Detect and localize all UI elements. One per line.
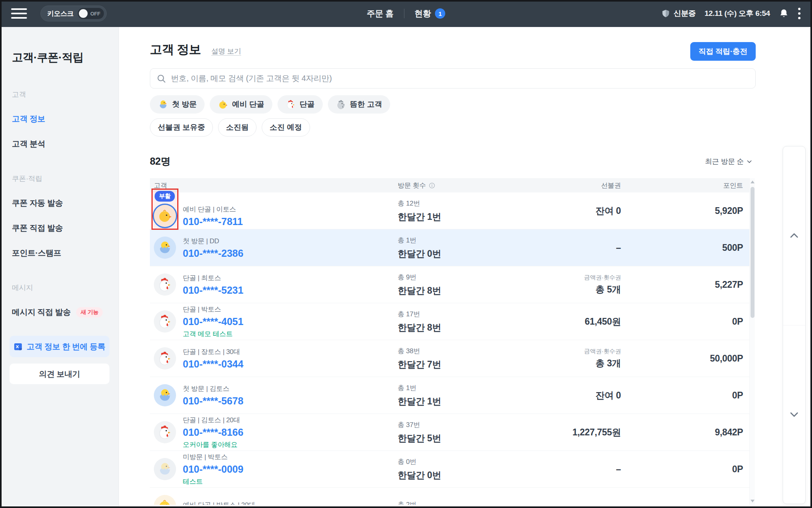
sidebar-item-point-stamp[interactable]: 포인트·스탬프 [12,248,109,258]
scrollbar-down-arrow[interactable] [751,500,755,502]
segment-filter-chip[interactable]: 예비 단골 [210,95,272,114]
prepaid-filter-chip[interactable]: 선불권 보유중 [150,118,213,137]
segment-filter-chip[interactable]: 뜸한 고객 [328,95,390,114]
visits-total: 총 38번 [398,346,548,356]
prepaid-value: – [548,464,621,475]
prepaid-value: 총 5개 [548,283,621,296]
kiosk-toggle[interactable]: OFF [78,8,104,19]
bulk-register-button[interactable]: 고객 정보 한 번에 등록 [10,336,109,357]
customer-phone[interactable]: 010-****-4051 [183,316,243,327]
customer-memo: 고객 메모 테스트 [183,329,243,339]
sidebar-item-coupon-auto[interactable]: 쿠폰 자동 발송 [12,198,109,208]
scrollbar-up-arrow[interactable] [751,181,755,183]
customer-row[interactable]: 단골 | 박토스 010-****-4051 고객 메모 테스트 총 17번 한… [150,303,755,340]
prepaid-filter-chip[interactable]: 소진 예정 [262,118,310,137]
customer-row[interactable]: 첫 방문 | DD 010-****-2386 총 1번 한달간 0번 – 50… [150,229,755,266]
chip-label: 예비 단골 [232,99,264,110]
customer-segment-name: 예비 단골 | 박토스 | 20대 [183,500,255,505]
customer-row[interactable]: 부활 예비 단골 | 이토스 010-****-7811 총 12번 한달간 1… [150,192,755,229]
customer-search-box[interactable] [150,68,756,89]
customer-row[interactable]: 첫 방문 | 김토스 010-****-5678 총 1번 한달간 1번 잔여 … [150,377,755,414]
page-down-button[interactable] [783,325,805,504]
status-count-badge: 1 [435,8,445,19]
direct-charge-button[interactable]: 직접 적립·충전 [690,42,756,61]
visits-cell: 총 2번 [398,500,548,505]
customer-phone[interactable]: 010-****-5678 [183,395,243,407]
customer-phone[interactable]: 010-****-2386 [183,248,243,259]
customer-row[interactable]: 단골 | 최토스 010-****-5231 총 9번 한달간 8번 금액권·횟… [150,266,755,303]
chip-label: 소진됨 [226,122,249,133]
customer-phone[interactable]: 010-****-0344 [183,358,243,370]
kebab-menu-icon [798,8,801,19]
visits-total: 총 2번 [398,500,548,505]
table-scrollbar[interactable] [749,178,755,505]
prepaid-cell: 금액권·횟수권 총 3개 [548,348,621,369]
customer-phone[interactable]: 010-****-5231 [183,285,243,296]
prepaid-filter-chip[interactable]: 소진됨 [218,118,257,137]
segment-filter-row: 첫 방문 예비 단골 단골 뜸한 고객 [150,95,390,114]
scrollbar-thumb[interactable] [751,187,755,318]
more-menu-button[interactable] [798,8,801,19]
search-input[interactable] [171,74,749,83]
nav-order-home[interactable]: 주문 홈 [367,8,394,19]
rooster-icon [154,421,176,443]
points-cell: 50,000P [621,353,743,364]
customer-phone[interactable]: 010-****-7811 [183,216,243,227]
customer-cell: 단골 | 박토스 010-****-4051 고객 메모 테스트 [154,305,398,339]
customer-row[interactable]: 미방문 | 박토스 010-****-0009 테스트 총 0번 한달간 0번 … [150,451,755,488]
chip-label: 선불권 보유중 [158,122,205,133]
customer-count: 82명 [150,155,170,168]
segment-filter-chip[interactable]: 첫 방문 [150,95,205,114]
column-visits-label: 방문 횟수 [398,181,426,190]
notifications-button[interactable] [779,8,789,19]
customer-phone[interactable]: 010-****-0009 [183,464,243,475]
customer-segment-name: 단골 | 최토스 [183,273,243,283]
customer-segment-name: 첫 방문 | DD [183,237,243,246]
page-up-button[interactable] [783,146,805,325]
segment-filter-chip[interactable]: 단골 [278,95,323,114]
info-icon[interactable] [429,182,435,189]
kiosk-toggle-group[interactable]: 키오스크 OFF [40,6,107,21]
spreadsheet-icon [13,342,23,351]
customer-segment-name: 단골 | 박토스 [183,305,243,314]
customer-phone[interactable]: 010-****-8166 [183,427,243,438]
visits-cell: 총 0번 한달간 0번 [398,457,548,481]
sort-label: 최근 방문 순 [705,157,744,166]
sidebar-item-customer-info[interactable]: 고객 정보 [12,114,109,124]
rooster-icon [285,99,296,110]
customer-row[interactable]: 단골 | 장토스 | 30대 010-****-0344 총 38번 한달간 7… [150,340,755,377]
list-toolbar: 82명 최근 방문 순 [150,155,753,168]
chip-label: 단골 [300,99,315,110]
sort-dropdown[interactable]: 최근 방문 순 [705,157,753,166]
points-cell: 0P [621,390,743,401]
hamburger-menu-icon[interactable] [11,8,27,19]
customer-segment-name: 단골 | 장토스 | 30대 [183,347,243,356]
prepaid-cell: 1,227,755원 [548,426,621,439]
customer-cell: 단골 | 장토스 | 30대 010-****-0344 [154,347,398,370]
sidebar-item-customer-analysis[interactable]: 고객 분석 [12,139,109,149]
nav-status[interactable]: 현황 1 [415,8,445,19]
prepaid-type: 금액권·횟수권 [548,348,621,355]
visits-cell: 총 1번 한달간 1번 [398,383,548,408]
sidebar-item-message-direct[interactable]: 메시지 직접 발송 새 기능 [12,307,109,318]
column-points: 포인트 [621,181,743,190]
prepaid-value: 1,227,755원 [548,426,621,439]
chevron-up-icon [789,230,800,241]
description-link[interactable]: 설명 보기 [211,46,241,56]
visits-cell: 총 12번 한달간 1번 [398,199,548,223]
customer-row[interactable]: 단골 | 김토스 | 20대 010-****-8166 오커아를 좋아해요 총… [150,414,755,451]
sidebar-item-coupon-direct[interactable]: 쿠폰 직접 발송 [12,223,109,233]
shield-icon [661,9,670,18]
points-cell: 500P [621,242,743,253]
visits-total: 총 9번 [398,273,548,282]
customer-row[interactable]: 예비 단골 | 박토스 | 20대 총 2번 [150,488,755,505]
customer-cell: 예비 단골 | 이토스 010-****-7811 [154,194,398,227]
sidebar-section-coupon-points: 쿠폰·적립 [12,174,109,183]
prepaid-value: – [548,242,621,253]
id-check-button[interactable]: 신분증 [661,8,696,19]
feedback-button[interactable]: 의견 보내기 [10,364,109,384]
sidebar-section-message: 메시지 [12,283,109,292]
bulk-register-label: 고객 정보 한 번에 등록 [27,341,105,352]
new-feature-badge: 새 기능 [76,307,103,318]
scroll-pager-rail [783,146,806,504]
